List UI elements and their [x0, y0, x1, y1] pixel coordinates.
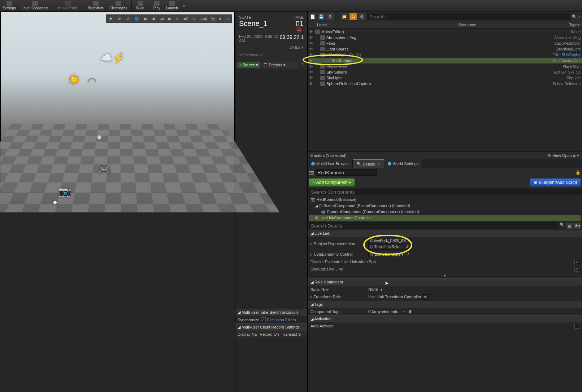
visibility-icon[interactable]: 👁 [309, 58, 314, 63]
outliner-row[interactable]: 👁FloorStaticMeshActor [308, 40, 582, 46]
subject-role-dropdown[interactable]: ⬡ Transform Role [368, 244, 404, 250]
category-role-controllers[interactable]: ◢ Role Controllers [308, 278, 582, 286]
outliner-row[interactable]: 👁Light SourceDirectionalLight [308, 46, 582, 52]
settings-icon[interactable]: ⚙ [358, 13, 365, 20]
editor-viewport[interactable]: ✥ ⟳ ⤢ 🌐 ▦ ▦ 10 10 △ 10° ⤡ 0.25 📷 4 ▢ ☁️⚡… [0, 12, 235, 192]
evaluate-livelink-checkbox[interactable] [574, 267, 579, 272]
visibility-icon[interactable]: 👁 [309, 41, 314, 45]
lock-icon[interactable]: 🔓 [576, 170, 581, 175]
warning-icon[interactable]: ⚠ [295, 25, 303, 33]
blueprints-button[interactable]: Blueprints [84, 0, 106, 11]
transform-move-button[interactable]: ✥ [107, 16, 115, 22]
grid-snap-value2[interactable]: 10 [166, 16, 173, 22]
revert-icon[interactable]: ↻ [299, 62, 306, 68]
multiuser-sync-header[interactable]: ◢ Multi-user Take Synchronization [235, 309, 307, 316]
outliner-row[interactable]: 👁Player StartPlayerStart [308, 63, 582, 69]
new-icon[interactable]: 📄 [309, 13, 316, 20]
angle-snap-button[interactable]: △ [173, 16, 181, 22]
tab-world-settings[interactable]: World Settings [384, 159, 422, 168]
outliner-row[interactable]: 👁Atmospheric FogAtmosphericFog [308, 35, 582, 40]
reset-icon[interactable]: ↺ [406, 252, 409, 256]
outliner-row[interactable]: 👁LSUnDisplayConfigEdit LSUnDisplay [308, 52, 582, 58]
add-icon[interactable]: + [578, 14, 581, 19]
toolbar-overflow-icon[interactable]: » [181, 4, 187, 8]
outliner-row[interactable]: 👁SkyLightSkyLight [308, 75, 582, 81]
multiuser-record-header[interactable]: ◢ Multi-user Client Record Settings [235, 323, 307, 331]
auto-activate-checkbox[interactable] [574, 324, 579, 329]
component-scene[interactable]: ◢ ⬡ SceneComponent (SceneComponent) (Inh… [309, 203, 581, 209]
component-livelink[interactable]: ⚙ LiveLinkComponentController [309, 215, 581, 221]
launch-button[interactable]: Launch [163, 0, 181, 11]
search-icon[interactable]: 🔍 [572, 14, 577, 19]
visibility-icon[interactable]: 👁 [309, 64, 314, 69]
tab-details[interactable]: 🔍Details× [353, 159, 384, 168]
basic-role-dropdown[interactable]: ▾ [379, 287, 385, 292]
outliner-col-label[interactable]: Label [317, 23, 393, 27]
clear-array-icon[interactable]: 🗑 [408, 309, 412, 314]
reset-icon[interactable]: ↺ [405, 245, 409, 249]
scale-snap-value[interactable]: 0.25 [199, 16, 208, 22]
actor-name-input[interactable] [316, 169, 377, 176]
camera-speed-button[interactable]: 📷 [209, 16, 217, 22]
cinematics-button[interactable]: Cinematics [107, 0, 130, 11]
scene-name[interactable]: Scene_1 [239, 19, 268, 28]
outliner-row[interactable]: 👁Sky SphereEdit BP_Sky_Sp [308, 69, 582, 75]
component-camera[interactable]: 📹 CameraComponent (CameraComponent) (Inh… [309, 209, 581, 215]
view-options-button[interactable]: 👁 View Options ▾ [547, 153, 579, 158]
column-dropdown-icon[interactable]: ▾ [578, 23, 580, 27]
details-search-input[interactable] [309, 223, 558, 229]
visibility-icon[interactable]: 👁 [309, 47, 314, 51]
hierarchy-icon[interactable]: 🗂 [349, 13, 357, 20]
component-to-control-dropdown[interactable]: ⬡ SceneCompone ▾ [368, 252, 405, 257]
category-tags[interactable]: ◢ Tags [308, 301, 582, 308]
component-root[interactable]: 📷 RedKomodo(Instance) [309, 197, 581, 203]
outliner-col-sequence[interactable]: Sequence [393, 23, 542, 27]
coord-space-button[interactable]: 🌐 [133, 16, 141, 22]
add-element-icon[interactable]: + [403, 309, 405, 314]
build-button[interactable]: Build [133, 0, 147, 11]
transform-role-dropdown[interactable]: ▾ [422, 294, 429, 300]
blueprint-add-script-button[interactable]: ⚙ Blueprint/Add Script [530, 179, 581, 186]
disable-evaluate-checkbox[interactable] [574, 260, 579, 264]
transform-rotate-button[interactable]: ⟳ [116, 16, 123, 22]
outliner-row[interactable]: 👁Main (Editor)World [308, 29, 582, 35]
grid-snap-button[interactable]: ▦ [150, 16, 158, 22]
level-snapshots-button[interactable]: Level Snapshots [19, 0, 51, 11]
transform-scale-button[interactable]: ⤢ [124, 16, 132, 22]
save-icon[interactable]: 💾 [318, 13, 325, 20]
description-placeholder[interactable]: <description> [239, 53, 304, 57]
visibility-button[interactable]: 👁▾ [574, 223, 581, 229]
visibility-icon[interactable]: 👁 [309, 70, 314, 74]
component-search-input[interactable] [309, 189, 582, 195]
visibility-icon[interactable]: 👁 [309, 82, 314, 86]
grid-snap-value[interactable]: 10 [159, 16, 165, 22]
presets-button[interactable]: ☰ Presets ▾ [262, 62, 298, 68]
visibility-icon[interactable]: 👁 [309, 30, 314, 34]
filter-icon[interactable]: ⚗ [326, 13, 334, 20]
visibility-icon[interactable]: 👁 [309, 76, 314, 80]
exclusion-filters-link[interactable]: Exclusion Filters [267, 318, 296, 322]
source-button[interactable]: + Source ▾ [237, 62, 260, 68]
folder-icon[interactable]: 📁 [341, 13, 348, 20]
outliner-row[interactable]: 👁SphereReflectionCaptureSphereReflection [308, 81, 582, 87]
search-icon[interactable]: 🔍 [560, 223, 565, 229]
synchronize-checkbox[interactable] [261, 317, 266, 322]
scale-snap-button[interactable]: ⤡ [190, 16, 198, 22]
play-button[interactable]: Play [151, 0, 163, 11]
surface-snap-button[interactable]: ▦ [142, 16, 149, 22]
angle-snap-value[interactable]: 10° [182, 16, 190, 22]
tab-multiuser[interactable]: Multi-User Browse [308, 159, 353, 168]
outliner-search-input[interactable] [367, 13, 570, 20]
property-matrix-button[interactable]: ▦ [566, 223, 573, 229]
fps-dropdown-icon[interactable]: ▾ [301, 45, 304, 49]
visibility-icon[interactable]: 👁 [309, 35, 314, 40]
close-icon[interactable]: × [378, 162, 380, 166]
category-livelink[interactable]: ◢ Live Link [308, 230, 582, 237]
outliner-col-type[interactable]: Type [542, 23, 578, 27]
visibility-icon[interactable]: 👁 [309, 53, 314, 57]
expand-advanced-icon[interactable]: ▼ [308, 273, 582, 278]
category-activation[interactable]: ◢ Activation [308, 315, 582, 322]
settings-button[interactable]: Settings [0, 0, 19, 11]
outliner-row[interactable]: 👁RedKomodoCineCameraActo [308, 58, 582, 63]
viewport-maximize-button[interactable]: ▢ [223, 16, 231, 22]
